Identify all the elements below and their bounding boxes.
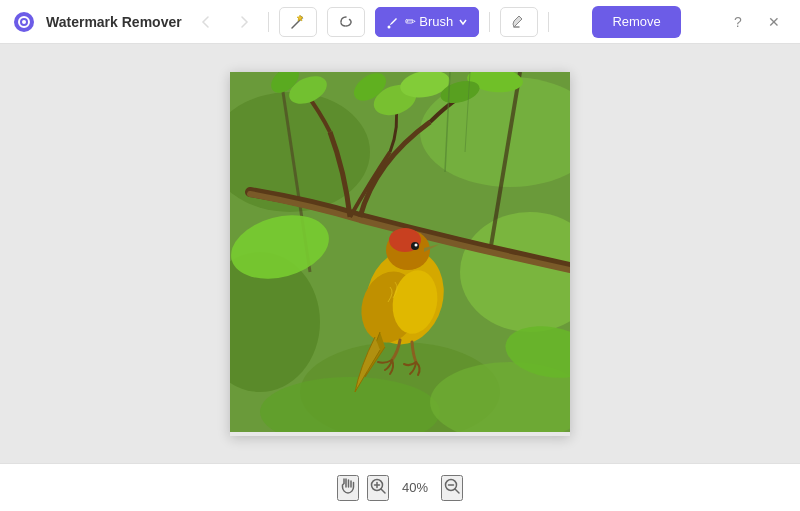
divider-3 bbox=[548, 12, 549, 32]
title-bar: Watermark Remover ✏ Brush bbox=[0, 0, 800, 44]
title-bar-left: Watermark Remover ✏ Brush bbox=[12, 7, 549, 37]
help-button[interactable]: ? bbox=[724, 8, 752, 36]
divider-1 bbox=[268, 12, 269, 32]
zoom-out-icon bbox=[443, 477, 461, 495]
svg-point-2 bbox=[22, 20, 26, 24]
svg-point-28 bbox=[415, 243, 418, 246]
zoom-level: 40% bbox=[397, 480, 433, 495]
back-button[interactable] bbox=[192, 8, 220, 36]
app-title: Watermark Remover bbox=[46, 14, 182, 30]
forward-button[interactable] bbox=[230, 8, 258, 36]
zoom-in-icon bbox=[369, 477, 387, 495]
title-bar-center: Remove bbox=[592, 6, 680, 38]
eraser-tool-button[interactable] bbox=[500, 7, 538, 37]
hand-icon bbox=[339, 477, 357, 495]
svg-point-4 bbox=[387, 25, 390, 28]
magic-wand-icon bbox=[290, 14, 306, 30]
canvas-area[interactable] bbox=[0, 44, 800, 463]
zoom-controls: 40% bbox=[337, 475, 463, 501]
svg-line-36 bbox=[381, 489, 385, 493]
main-image bbox=[230, 72, 570, 432]
magic-tool-button[interactable] bbox=[279, 7, 317, 37]
brush-label: ✏ Brush bbox=[405, 14, 454, 29]
zoom-in-button[interactable] bbox=[367, 475, 389, 501]
app-logo-icon bbox=[12, 10, 36, 34]
brush-dropdown-icon bbox=[458, 17, 468, 27]
lasso-icon bbox=[338, 14, 354, 30]
brush-tool-button[interactable]: ✏ Brush bbox=[375, 7, 480, 37]
title-bar-right: ? ✕ bbox=[724, 8, 788, 36]
divider-2 bbox=[489, 12, 490, 32]
hand-tool-button[interactable] bbox=[337, 475, 359, 501]
svg-line-39 bbox=[455, 489, 459, 493]
zoom-toolbar: 40% bbox=[0, 463, 800, 511]
close-button[interactable]: ✕ bbox=[760, 8, 788, 36]
brush-icon bbox=[386, 15, 400, 29]
eraser-icon bbox=[511, 14, 527, 30]
lasso-tool-button[interactable] bbox=[327, 7, 365, 37]
zoom-out-button[interactable] bbox=[441, 475, 463, 501]
remove-button[interactable]: Remove bbox=[592, 6, 680, 38]
image-container bbox=[230, 72, 570, 436]
